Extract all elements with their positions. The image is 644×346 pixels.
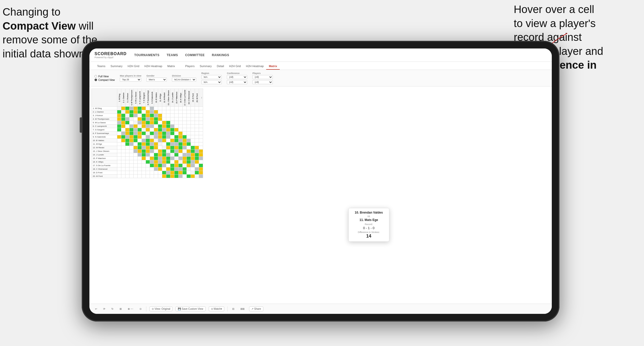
radio-compact-view[interactable] xyxy=(95,79,97,81)
matrix-cell[interactable] xyxy=(191,167,195,171)
matrix-cell[interactable] xyxy=(117,132,121,135)
matrix-cell[interactable] xyxy=(191,128,195,132)
matrix-cell[interactable] xyxy=(195,107,199,110)
matrix-cell[interactable] xyxy=(199,153,203,157)
matrix-cell[interactable] xyxy=(146,135,150,139)
matrix-cell[interactable] xyxy=(174,139,179,142)
matrix-cell[interactable] xyxy=(154,150,158,153)
filter-max-select[interactable]: Top 25 xyxy=(120,78,141,82)
matrix-cell[interactable] xyxy=(142,114,146,117)
matrix-cell[interactable] xyxy=(146,125,150,128)
matrix-cell[interactable] xyxy=(179,157,183,160)
matrix-cell[interactable] xyxy=(187,167,191,171)
matrix-cell[interactable] xyxy=(199,110,203,114)
matrix-cell[interactable] xyxy=(138,167,142,171)
matrix-cell[interactable] xyxy=(142,175,146,178)
matrix-cell[interactable] xyxy=(130,135,134,139)
matrix-cell[interactable] xyxy=(183,132,187,135)
matrix-cell[interactable] xyxy=(117,117,121,121)
tab-h2h-grid-2[interactable]: H2H Grid xyxy=(227,63,243,70)
matrix-cell[interactable] xyxy=(125,146,130,150)
matrix-cell[interactable] xyxy=(195,153,199,157)
matrix-cell[interactable] xyxy=(187,117,191,121)
matrix-cell[interactable] xyxy=(183,139,187,142)
share-button[interactable]: ↗ Share xyxy=(249,306,263,311)
matrix-cell[interactable] xyxy=(117,171,121,175)
matrix-cell[interactable] xyxy=(166,107,170,110)
matrix-cell[interactable] xyxy=(195,121,199,125)
matrix-cell[interactable] xyxy=(174,135,179,139)
matrix-cell[interactable] xyxy=(162,164,166,167)
matrix-cell[interactable] xyxy=(121,160,125,164)
matrix-cell[interactable] xyxy=(162,132,166,135)
matrix-cell[interactable] xyxy=(125,110,130,114)
matrix-cell[interactable] xyxy=(179,171,183,175)
matrix-cell[interactable] xyxy=(150,107,154,110)
matrix-cell[interactable] xyxy=(191,157,195,160)
layout-button[interactable]: ⊟ xyxy=(231,307,236,311)
matrix-cell[interactable] xyxy=(138,107,142,110)
matrix-cell[interactable] xyxy=(195,114,199,117)
matrix-cell[interactable] xyxy=(142,160,146,164)
matrix-cell[interactable] xyxy=(130,175,134,178)
filter-conference-select1[interactable]: (All) xyxy=(227,75,247,79)
matrix-cell[interactable] xyxy=(130,114,134,117)
matrix-cell[interactable] xyxy=(146,150,150,153)
matrix-container[interactable]: 1. W Ding 2. L Clanton 3. J Koivun 4. M … xyxy=(89,86,552,307)
matrix-cell[interactable] xyxy=(195,146,199,150)
matrix-cell[interactable] xyxy=(179,160,183,164)
matrix-cell[interactable] xyxy=(134,125,138,128)
matrix-cell[interactable] xyxy=(166,164,170,167)
zoom-button[interactable]: ⊕ ·−· xyxy=(126,307,135,311)
matrix-cell[interactable] xyxy=(170,135,174,139)
matrix-cell[interactable] xyxy=(134,171,138,175)
matrix-cell[interactable] xyxy=(154,171,158,175)
matrix-cell[interactable] xyxy=(187,114,191,117)
matrix-cell[interactable] xyxy=(195,157,199,160)
tab-detail[interactable]: Detail xyxy=(214,63,227,70)
matrix-cell[interactable] xyxy=(179,135,183,139)
matrix-cell[interactable] xyxy=(125,139,130,142)
matrix-cell[interactable] xyxy=(170,128,174,132)
matrix-cell[interactable] xyxy=(150,150,154,153)
matrix-cell[interactable] xyxy=(130,128,134,132)
matrix-cell[interactable] xyxy=(125,135,130,139)
matrix-cell[interactable] xyxy=(134,117,138,121)
matrix-cell[interactable] xyxy=(138,175,142,178)
matrix-cell[interactable] xyxy=(142,171,146,175)
matrix-cell[interactable] xyxy=(162,171,166,175)
matrix-cell[interactable] xyxy=(199,142,203,146)
matrix-cell[interactable] xyxy=(191,171,195,175)
matrix-cell[interactable] xyxy=(170,157,174,160)
matrix-cell[interactable] xyxy=(138,160,142,164)
matrix-cell[interactable] xyxy=(125,157,130,160)
matrix-cell[interactable] xyxy=(138,142,142,146)
matrix-cell[interactable] xyxy=(158,164,162,167)
matrix-cell[interactable] xyxy=(170,114,174,117)
matrix-cell[interactable] xyxy=(121,132,125,135)
matrix-cell[interactable] xyxy=(154,146,158,150)
matrix-cell[interactable] xyxy=(142,139,146,142)
matrix-cell[interactable] xyxy=(162,125,166,128)
matrix-cell[interactable] xyxy=(187,110,191,114)
matrix-cell[interactable] xyxy=(195,150,199,153)
matrix-cell[interactable] xyxy=(174,150,179,153)
matrix-cell[interactable] xyxy=(199,164,203,167)
matrix-cell[interactable] xyxy=(162,107,166,110)
matrix-cell[interactable] xyxy=(158,128,162,132)
matrix-cell[interactable] xyxy=(150,146,154,150)
matrix-cell[interactable] xyxy=(117,167,121,171)
matrix-cell[interactable] xyxy=(183,167,187,171)
filter-players-select1[interactable]: (All) xyxy=(252,75,273,79)
matrix-cell[interactable] xyxy=(174,125,179,128)
matrix-cell[interactable] xyxy=(187,135,191,139)
matrix-cell[interactable] xyxy=(199,121,203,125)
matrix-cell[interactable] xyxy=(121,135,125,139)
matrix-cell[interactable] xyxy=(158,117,162,121)
matrix-cell[interactable] xyxy=(154,132,158,135)
matrix-cell[interactable] xyxy=(199,139,203,142)
matrix-cell[interactable] xyxy=(187,157,191,160)
matrix-cell[interactable] xyxy=(121,150,125,153)
tab-matrix-active[interactable]: Matrix xyxy=(266,63,279,70)
matrix-cell[interactable] xyxy=(117,175,121,178)
